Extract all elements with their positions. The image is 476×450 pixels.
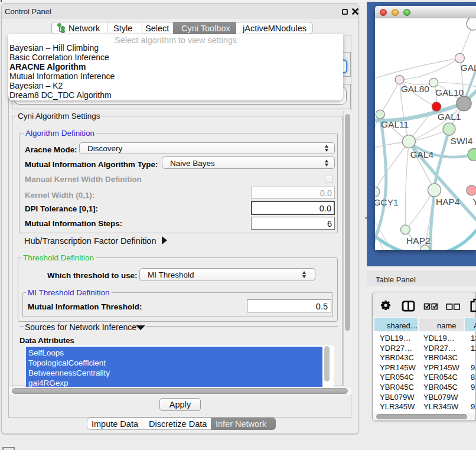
- svg-text:GAL11: GAL11: [381, 119, 409, 129]
- svg-text:SWI4: SWI4: [451, 136, 473, 146]
- svg-text:HAP4: HAP4: [436, 197, 460, 207]
- svg-text:GAL10: GAL10: [435, 87, 464, 97]
- svg-text:GAL7: GAL7: [461, 63, 476, 73]
- svg-text:GAL80: GAL80: [401, 84, 430, 94]
- svg-text:GCY1: GCY1: [375, 197, 399, 207]
- svg-text:HAP2: HAP2: [406, 236, 431, 246]
- svg-text:Y: Y: [472, 197, 476, 207]
- svg-text:GAL4: GAL4: [410, 149, 433, 159]
- svg-text:GAL1: GAL1: [438, 112, 461, 122]
